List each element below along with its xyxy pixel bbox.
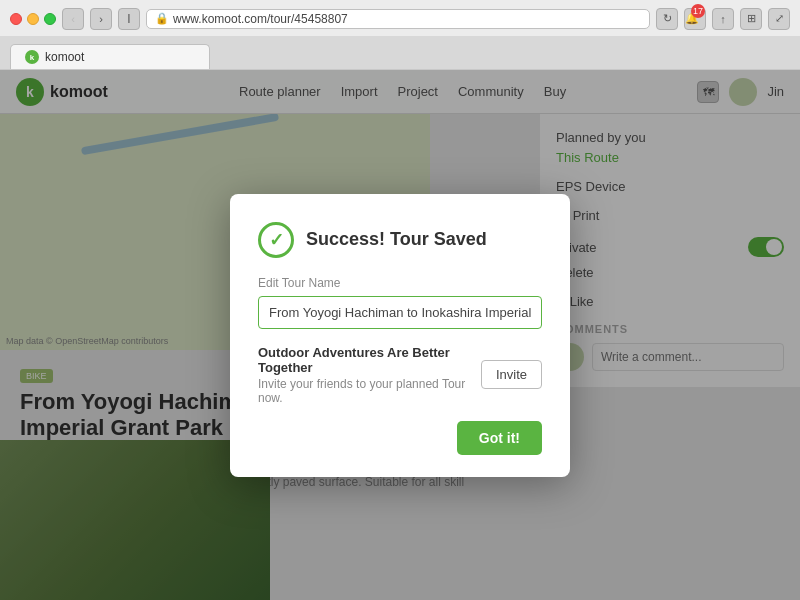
browser-tab[interactable]: k komoot	[10, 44, 210, 69]
new-tab-button[interactable]: ⊞	[740, 8, 762, 30]
page-background: Map data © OpenStreetMap contributors k …	[0, 70, 800, 600]
edit-tour-label: Edit Tour Name	[258, 276, 542, 290]
reload-icon: ↻	[663, 12, 672, 25]
tour-name-input[interactable]	[258, 296, 542, 329]
success-modal: ✓ Success! Tour Saved Edit Tour Name Out…	[230, 194, 570, 477]
back-button[interactable]: ‹	[62, 8, 84, 30]
tab-favicon: k	[25, 50, 39, 64]
traffic-lights	[10, 13, 56, 25]
success-check-circle: ✓	[258, 222, 294, 258]
share-button[interactable]: ↑	[712, 8, 734, 30]
notifications-button[interactable]: 🔔 17	[684, 8, 706, 30]
fullscreen-button[interactable]: ⤢	[768, 8, 790, 30]
invite-button[interactable]: Invite	[481, 360, 542, 389]
address-bar[interactable]: 🔒 www.komoot.com/tour/45458807	[146, 9, 650, 29]
modal-overlay: ✓ Success! Tour Saved Edit Tour Name Out…	[0, 70, 800, 600]
modal-title: Success! Tour Saved	[306, 229, 487, 250]
reader-button[interactable]: I	[118, 8, 140, 30]
lock-icon: 🔒	[155, 12, 169, 25]
minimize-traffic-light[interactable]	[27, 13, 39, 25]
forward-icon: ›	[99, 13, 103, 25]
tab-title: komoot	[45, 50, 84, 64]
invite-headline: Outdoor Adventures Are Better Together	[258, 345, 469, 375]
notification-badge: 17	[691, 4, 705, 18]
reader-icon: I	[127, 12, 130, 26]
invite-subtext: Invite your friends to your planned Tour…	[258, 377, 469, 405]
browser-chrome: ‹ › I 🔒 www.komoot.com/tour/45458807 ↻ 🔔…	[0, 0, 800, 70]
new-tab-icon: ⊞	[747, 12, 756, 25]
url-text: www.komoot.com/tour/45458807	[173, 12, 348, 26]
share-icon: ↑	[720, 13, 726, 25]
maximize-traffic-light[interactable]	[44, 13, 56, 25]
fullscreen-icon: ⤢	[775, 12, 784, 25]
close-traffic-light[interactable]	[10, 13, 22, 25]
got-it-button[interactable]: Got it!	[457, 421, 542, 455]
back-icon: ‹	[71, 13, 75, 25]
forward-button[interactable]: ›	[90, 8, 112, 30]
check-mark-icon: ✓	[269, 231, 284, 249]
reload-button[interactable]: ↻	[656, 8, 678, 30]
